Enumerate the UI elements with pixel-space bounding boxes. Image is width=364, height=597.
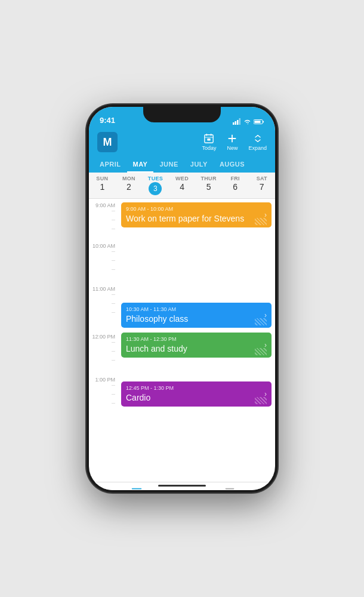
svg-rect-5 bbox=[263, 121, 264, 122]
event-cardio-title: Cardio bbox=[126, 393, 267, 403]
svg-rect-19 bbox=[226, 488, 235, 489]
month-tabs: APRIL MAY JUNE JULY AUGUS bbox=[89, 158, 275, 173]
time-col-11am: 11:00 AM bbox=[89, 282, 120, 325]
event-philosophy-arrow: › bbox=[264, 311, 267, 319]
time-label-1pm: 1:00 PM bbox=[95, 377, 115, 383]
month-tab-may[interactable]: MAY bbox=[127, 158, 154, 173]
event-term-paper-time: 9:00 AM - 10:00 AM bbox=[126, 206, 267, 212]
event-philosophy-time: 10:30 AM - 11:30 AM bbox=[126, 306, 267, 312]
event-cardio-arrow: › bbox=[264, 390, 267, 398]
signal-icon bbox=[233, 118, 241, 125]
wifi-icon bbox=[243, 119, 251, 125]
event-philosophy-title: Philosophy class bbox=[126, 314, 267, 324]
today-label: Today bbox=[202, 145, 216, 151]
svg-rect-6 bbox=[255, 121, 261, 123]
content-area: 9:00 AM 10:00 AM bbox=[89, 199, 275, 482]
agenda-icon bbox=[130, 486, 143, 491]
time-row-11am: 11:00 AM 10:30 AM - 11:30 AM Philosophy … bbox=[89, 282, 275, 330]
svg-rect-8 bbox=[205, 137, 213, 138]
svg-rect-0 bbox=[233, 122, 235, 125]
event-cardio[interactable]: 12:45 PM - 1:30 PM Cardio › bbox=[121, 381, 272, 407]
today-button[interactable]: Today bbox=[202, 133, 216, 151]
expand-button[interactable]: Expand bbox=[248, 133, 267, 151]
svg-rect-14 bbox=[132, 488, 142, 489]
event-lunch-arrow: › bbox=[264, 341, 267, 349]
status-icons bbox=[233, 118, 264, 125]
event-term-paper[interactable]: 9:00 AM - 10:00 AM Work on term paper fo… bbox=[121, 202, 272, 227]
svg-rect-3 bbox=[239, 118, 241, 125]
event-lunch-time: 11:30 AM - 12:30 PM bbox=[126, 336, 267, 342]
time-label-10am: 10:00 AM bbox=[92, 243, 115, 249]
event-lunch-title: Lunch and study bbox=[126, 344, 267, 354]
day-tues[interactable]: TUES 3 bbox=[142, 173, 169, 198]
event-term-paper-title: Work on term paper for Stevens bbox=[126, 214, 267, 224]
phone-frame: 9:41 bbox=[87, 104, 277, 493]
new-label: New bbox=[227, 145, 237, 151]
month-tab-april[interactable]: APRIL bbox=[94, 158, 127, 173]
time-row-1pm: 1:00 PM 12:45 PM - 1:30 PM Cardio bbox=[89, 373, 275, 416]
day-wed[interactable]: WED 4 bbox=[169, 173, 196, 198]
day-sat[interactable]: SAT 7 bbox=[248, 173, 275, 198]
scroll-area[interactable]: 9:00 AM 10:00 AM bbox=[89, 199, 275, 482]
event-philosophy[interactable]: 10:30 AM - 11:30 AM Philosophy class › bbox=[121, 303, 272, 328]
event-cardio-time: 12:45 PM - 1:30 PM bbox=[126, 385, 267, 391]
time-row-12pm: 12:00 PM 11:30 AM - 12:30 PM Lunch and s… bbox=[89, 330, 275, 373]
day-headers: SUN 1 MON 2 TUES 3 WED 4 THUR 5 FRI 6 bbox=[89, 173, 275, 199]
time-label-9am: 9:00 AM bbox=[95, 202, 115, 208]
month-tab-june[interactable]: JUNE bbox=[153, 158, 184, 173]
day-fri[interactable]: FRI 6 bbox=[222, 173, 249, 198]
time-row-9am: 9:00 AM 10:00 AM bbox=[89, 199, 275, 282]
svg-rect-2 bbox=[237, 120, 239, 125]
notch bbox=[143, 107, 221, 122]
plus-icon bbox=[227, 133, 237, 144]
svg-rect-11 bbox=[208, 139, 211, 141]
tab-agenda[interactable]: Agenda bbox=[127, 486, 146, 491]
expand-label: Expand bbox=[248, 145, 267, 151]
tasks-icon bbox=[223, 486, 236, 491]
event-lunch[interactable]: 11:30 AM - 12:30 PM Lunch and study › bbox=[121, 333, 272, 358]
home-indicator[interactable] bbox=[158, 485, 206, 487]
day-thur[interactable]: THUR 5 bbox=[195, 173, 222, 198]
event-term-paper-arrow: › bbox=[264, 211, 267, 219]
time-col-1pm: 1:00 PM bbox=[89, 373, 120, 416]
expand-icon bbox=[252, 133, 263, 144]
day-mon[interactable]: MON 2 bbox=[116, 173, 143, 198]
battery-icon bbox=[254, 119, 264, 125]
status-time: 9:41 bbox=[100, 116, 115, 125]
day-sun[interactable]: SUN 1 bbox=[89, 173, 116, 198]
tab-tasks[interactable]: Tasks bbox=[223, 486, 236, 491]
calendar-today-icon bbox=[203, 133, 214, 144]
month-tab-july[interactable]: JULY bbox=[184, 158, 214, 173]
app-logo: M bbox=[97, 132, 118, 152]
phone-screen: 9:41 bbox=[89, 107, 275, 490]
time-col-12pm: 12:00 PM bbox=[89, 330, 120, 373]
app-header: M Today New bbox=[89, 127, 275, 158]
header-actions: Today New Expand bbox=[202, 133, 267, 151]
svg-rect-1 bbox=[235, 121, 237, 125]
new-button[interactable]: New bbox=[227, 133, 237, 151]
time-label-12pm: 12:00 PM bbox=[92, 334, 115, 340]
time-col-9am: 9:00 AM 10:00 AM bbox=[89, 199, 120, 282]
month-tab-august[interactable]: AUGUS bbox=[214, 158, 251, 173]
time-label-11am: 11:00 AM bbox=[92, 286, 115, 292]
